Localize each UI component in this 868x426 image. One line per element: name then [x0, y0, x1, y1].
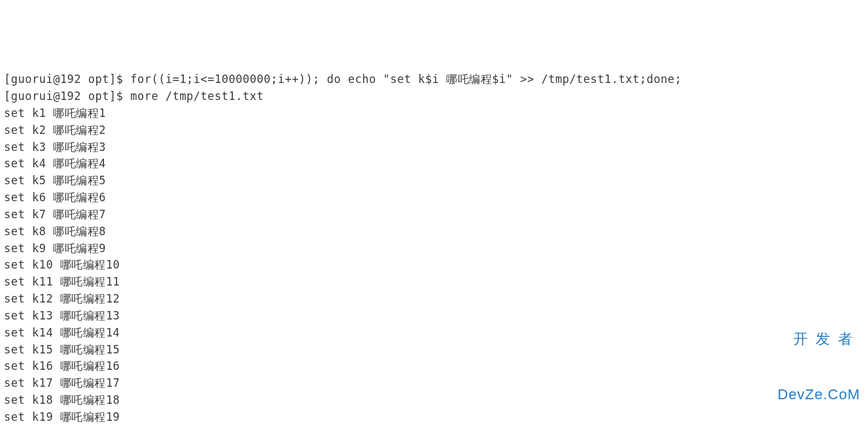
shell-prompt: [guorui@192 opt]$	[4, 73, 130, 86]
prompt-line-1: [guorui@192 opt]$ for((i=1;i<=10000000;i…	[4, 73, 682, 86]
output-line: set k12 哪吒编程12	[4, 292, 120, 305]
output-line: set k18 哪吒编程18	[4, 393, 120, 406]
output-line: set k3 哪吒编程3	[4, 140, 106, 154]
command-text: more /tmp/test1.txt	[130, 90, 264, 103]
command-text: for((i=1;i<=10000000;i++)); do echo "set…	[130, 73, 682, 86]
output-line: set k15 哪吒编程15	[4, 343, 120, 356]
output-line: set k2 哪吒编程2	[4, 123, 106, 137]
prompt-line-2: [guorui@192 opt]$ more /tmp/test1.txt	[4, 90, 264, 103]
output-line: set k6 哪吒编程6	[4, 191, 106, 204]
output-line: set k14 哪吒编程14	[4, 326, 120, 339]
terminal-output[interactable]: [guorui@192 opt]$ for((i=1;i<=10000000;i…	[4, 71, 864, 426]
output-line: set k11 哪吒编程11	[4, 275, 120, 288]
output-line: set k5 哪吒编程5	[4, 174, 106, 187]
output-line: set k10 哪吒编程10	[4, 258, 120, 271]
output-line: set k9 哪吒编程9	[4, 242, 106, 255]
output-line: set k1 哪吒编程1	[4, 106, 106, 120]
output-line: set k7 哪吒编程7	[4, 208, 106, 221]
output-line: set k8 哪吒编程8	[4, 225, 106, 238]
output-line: set k13 哪吒编程13	[4, 309, 120, 322]
output-line: set k19 哪吒编程19	[4, 410, 120, 423]
output-line: set k17 哪吒编程17	[4, 376, 120, 389]
output-line: set k4 哪吒编程4	[4, 157, 106, 170]
shell-prompt: [guorui@192 opt]$	[4, 90, 130, 103]
output-line: set k16 哪吒编程16	[4, 359, 120, 372]
